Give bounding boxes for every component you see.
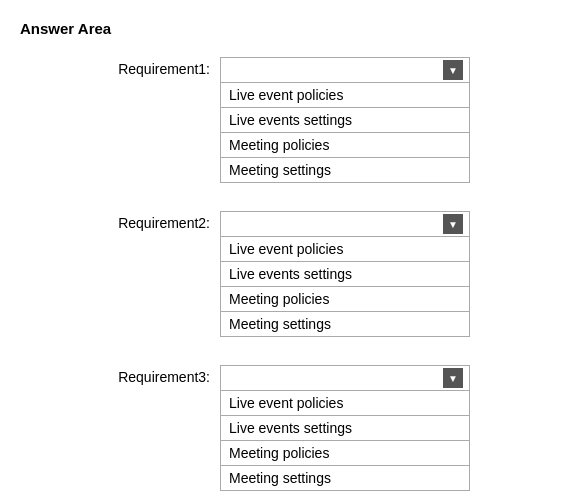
dropdown-options-1: Live event policiesLive events settingsM… bbox=[220, 83, 470, 183]
dropdown-select-2[interactable]: ▼ bbox=[220, 211, 470, 237]
requirement-label-3: Requirement3: bbox=[20, 365, 220, 385]
dropdown-arrow-3[interactable]: ▼ bbox=[443, 368, 463, 388]
requirements-container: Requirement1:▼Live event policiesLive ev… bbox=[20, 57, 552, 491]
requirement-label-2: Requirement2: bbox=[20, 211, 220, 231]
dropdown-arrow-1[interactable]: ▼ bbox=[443, 60, 463, 80]
dropdown-arrow-2[interactable]: ▼ bbox=[443, 214, 463, 234]
requirement-block-1: Requirement1:▼Live event policiesLive ev… bbox=[20, 57, 552, 183]
dropdown-select-3[interactable]: ▼ bbox=[220, 365, 470, 391]
dropdown-option-2-2[interactable]: Live events settings bbox=[221, 261, 469, 286]
answer-area-section: Answer Area Requirement1:▼Live event pol… bbox=[20, 20, 552, 491]
dropdown-option-1-1[interactable]: Live event policies bbox=[221, 83, 469, 107]
dropdown-container-3: ▼Live event policiesLive events settings… bbox=[220, 365, 470, 491]
dropdown-container-2: ▼Live event policiesLive events settings… bbox=[220, 211, 470, 337]
dropdown-option-1-4[interactable]: Meeting settings bbox=[221, 157, 469, 182]
dropdown-options-3: Live event policiesLive events settingsM… bbox=[220, 391, 470, 491]
requirement-block-2: Requirement2:▼Live event policiesLive ev… bbox=[20, 211, 552, 337]
dropdown-option-3-3[interactable]: Meeting policies bbox=[221, 440, 469, 465]
dropdown-option-1-2[interactable]: Live events settings bbox=[221, 107, 469, 132]
dropdown-option-2-1[interactable]: Live event policies bbox=[221, 237, 469, 261]
requirement-block-3: Requirement3:▼Live event policiesLive ev… bbox=[20, 365, 552, 491]
dropdown-option-3-4[interactable]: Meeting settings bbox=[221, 465, 469, 490]
dropdown-option-3-2[interactable]: Live events settings bbox=[221, 415, 469, 440]
dropdown-option-2-4[interactable]: Meeting settings bbox=[221, 311, 469, 336]
dropdown-container-1: ▼Live event policiesLive events settings… bbox=[220, 57, 470, 183]
dropdown-select-1[interactable]: ▼ bbox=[220, 57, 470, 83]
section-title: Answer Area bbox=[20, 20, 552, 37]
dropdown-option-1-3[interactable]: Meeting policies bbox=[221, 132, 469, 157]
dropdown-option-3-1[interactable]: Live event policies bbox=[221, 391, 469, 415]
dropdown-options-2: Live event policiesLive events settingsM… bbox=[220, 237, 470, 337]
dropdown-option-2-3[interactable]: Meeting policies bbox=[221, 286, 469, 311]
requirement-label-1: Requirement1: bbox=[20, 57, 220, 77]
